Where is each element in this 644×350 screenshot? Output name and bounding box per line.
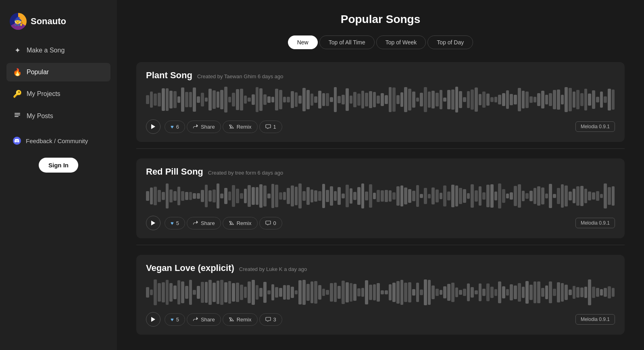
tab-new[interactable]: New: [288, 35, 318, 49]
heart-icon-1: ♥: [171, 124, 174, 130]
sidebar-label-my-projects: My Projects: [27, 90, 60, 98]
song-card-2: Red Pill Song Created by tree form 6 day…: [136, 158, 625, 238]
song-title-2: Red Pill Song: [146, 167, 203, 177]
sidebar-label-make-a-song: Make a Song: [27, 47, 65, 54]
song-meta-1: Created by Taewan Ghim 6 days ago: [197, 73, 283, 79]
like-count-2: 5: [176, 220, 179, 226]
sidebar-item-popular[interactable]: 🔥 Popular: [6, 63, 110, 81]
list-icon: [13, 111, 22, 121]
main-content: Popular Songs New Top of All Time Top of…: [117, 0, 644, 350]
key-icon: 🔑: [13, 90, 22, 98]
song-actions-2: ♥ 5 Share Remix 0 Melodia 0.9.1: [146, 216, 615, 230]
sidebar-item-my-projects[interactable]: 🔑 My Projects: [6, 85, 110, 103]
sidebar-item-make-a-song[interactable]: ✦ Make a Song: [6, 41, 110, 60]
song-meta-2: Created by tree form 6 days ago: [208, 170, 283, 176]
logo-icon: [10, 13, 27, 30]
like-button-2[interactable]: ♥ 5: [165, 217, 185, 229]
play-button-3[interactable]: [146, 312, 160, 327]
heart-icon-2: ♥: [171, 220, 174, 226]
like-button-3[interactable]: ♥ 5: [165, 313, 185, 326]
svg-rect-0: [15, 113, 20, 114]
song-card-3: Vegan Love (explicit) Created by Luke K …: [136, 255, 625, 335]
discord-icon: [13, 137, 21, 145]
sign-in-button[interactable]: Sign In: [39, 158, 78, 173]
comment-button-2[interactable]: 0: [259, 217, 282, 229]
comment-icon-2: [265, 220, 271, 226]
divider-2: [136, 245, 625, 245]
share-icon-1: [193, 124, 198, 129]
svg-rect-2: [15, 116, 19, 117]
song-card-1: Plant Song Created by Taewan Ghim 6 days…: [136, 62, 625, 142]
comment-button-1[interactable]: 1: [259, 121, 282, 133]
like-count-3: 5: [176, 317, 179, 323]
tab-top-day[interactable]: Top of Day: [427, 35, 473, 49]
comment-count-2: 0: [273, 220, 276, 226]
sidebar-item-my-posts[interactable]: My Posts: [6, 106, 110, 125]
page-title: Popular Songs: [136, 13, 625, 26]
sparkle-icon: ✦: [13, 46, 22, 55]
comment-button-3[interactable]: 3: [259, 313, 282, 326]
tab-top-week[interactable]: Top of Week: [376, 35, 426, 49]
remix-icon-1: [229, 124, 234, 129]
comment-count-1: 1: [273, 124, 276, 130]
fire-icon: 🔥: [13, 68, 22, 77]
comment-count-3: 3: [273, 317, 276, 323]
divider-1: [136, 148, 625, 149]
tab-top-all-time[interactable]: Top of All Time: [319, 35, 375, 49]
share-icon-2: [193, 220, 198, 226]
song-header-1: Plant Song Created by Taewan Ghim 6 days…: [146, 70, 615, 81]
comment-icon-3: [265, 317, 271, 322]
song-header-3: Vegan Love (explicit) Created by Luke K …: [146, 263, 615, 273]
share-button-3[interactable]: Share: [187, 313, 221, 326]
remix-icon-2: [229, 220, 234, 226]
song-header-2: Red Pill Song Created by tree form 6 day…: [146, 167, 615, 177]
version-badge-2: Melodia 0.9.1: [575, 218, 615, 228]
waveform-1: [146, 85, 615, 114]
logo-container: Sonauto: [6, 10, 110, 38]
song-actions-3: ♥ 5 Share Remix 3 Melodia 0.9.1: [146, 312, 615, 327]
sidebar-feedback-label: Feedback / Community: [26, 138, 88, 144]
comment-icon-1: [265, 124, 271, 129]
sidebar-label-popular: Popular: [27, 69, 49, 76]
remix-button-2[interactable]: Remix: [223, 217, 258, 229]
remix-button-1[interactable]: Remix: [223, 121, 258, 133]
waveform-2: [146, 182, 615, 210]
song-title-1: Plant Song: [146, 70, 192, 81]
song-meta-3: Created by Luke K a day ago: [239, 266, 307, 272]
app-name: Sonauto: [31, 16, 66, 27]
sidebar: Sonauto ✦ Make a Song 🔥 Popular 🔑 My Pro…: [0, 0, 117, 350]
version-badge-1: Melodia 0.9.1: [575, 121, 615, 132]
like-count-1: 6: [176, 124, 179, 130]
sidebar-label-my-posts: My Posts: [27, 112, 53, 120]
svg-rect-1: [15, 115, 20, 115]
version-badge-3: Melodia 0.9.1: [575, 314, 615, 325]
remix-icon-3: [229, 317, 234, 322]
remix-button-3[interactable]: Remix: [223, 313, 258, 326]
like-button-1[interactable]: ♥ 6: [165, 121, 185, 133]
play-button-2[interactable]: [146, 216, 160, 230]
share-button-1[interactable]: Share: [187, 121, 221, 133]
song-title-3: Vegan Love (explicit): [146, 263, 234, 273]
tab-bar: New Top of All Time Top of Week Top of D…: [136, 35, 625, 49]
play-button-1[interactable]: [146, 119, 160, 134]
share-icon-3: [193, 317, 198, 322]
song-actions-1: ♥ 6 Share Remix 1 Melodia 0.9.1: [146, 119, 615, 134]
sidebar-item-feedback[interactable]: Feedback / Community: [6, 132, 110, 150]
heart-icon-3: ♥: [171, 317, 174, 323]
waveform-3: [146, 278, 615, 306]
share-button-2[interactable]: Share: [187, 217, 221, 229]
